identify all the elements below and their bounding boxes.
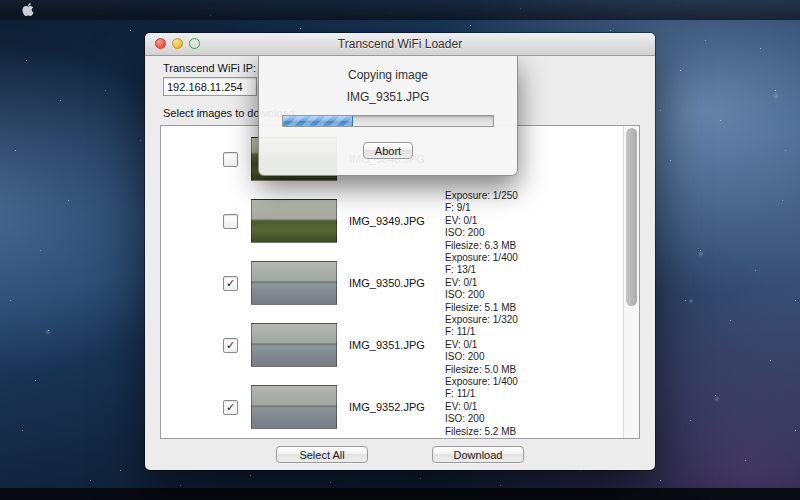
footer-buttons: Select All Download xyxy=(145,446,655,463)
abort-button[interactable]: Abort xyxy=(363,142,413,159)
app-window: Transcend WiFi Loader Transcend WiFi IP:… xyxy=(145,33,655,470)
exif-info: Exposure: 1/320F: 11/1EV: 0/1ISO: 200Fil… xyxy=(445,314,518,376)
row-checkbox[interactable]: ✓ xyxy=(223,338,238,353)
exif-info: Exposure: 1/400F: 11/1EV: 0/1ISO: 200Fil… xyxy=(445,376,518,438)
wifi-ip-input[interactable] xyxy=(163,77,257,96)
row-checkbox[interactable] xyxy=(223,152,238,167)
bottom-screen-strip xyxy=(0,488,800,500)
image-thumbnail xyxy=(251,323,337,367)
progress-bar xyxy=(282,115,494,127)
select-all-button[interactable]: Select All xyxy=(276,446,368,463)
window-title: Transcend WiFi Loader xyxy=(145,33,655,55)
sheet-title: Copying image xyxy=(259,68,517,82)
image-list-row: IMG_9349.JPG Exposure: 1/250F: 9/1EV: 0/… xyxy=(161,190,624,252)
zoom-button[interactable] xyxy=(189,38,200,49)
image-filename: IMG_9352.JPG xyxy=(349,401,445,413)
image-thumbnail xyxy=(251,199,337,243)
progress-bar-fill xyxy=(283,116,353,126)
image-list-row: ✓ IMG_9351.JPG Exposure: 1/320F: 11/1EV:… xyxy=(161,314,624,376)
row-checkbox[interactable]: ✓ xyxy=(223,276,238,291)
row-checkbox[interactable]: ✓ xyxy=(223,400,238,415)
menu-bar xyxy=(0,0,800,20)
image-thumbnail xyxy=(251,261,337,305)
minimize-button[interactable] xyxy=(172,38,183,49)
apple-menu-icon[interactable] xyxy=(22,2,34,17)
copy-progress-sheet: Copying image IMG_9351.JPG Abort xyxy=(258,55,518,176)
exif-info: Exposure: 1/250F: 9/1EV: 0/1ISO: 200File… xyxy=(445,190,518,252)
image-filename: IMG_9350.JPG xyxy=(349,277,445,289)
image-thumbnail xyxy=(251,385,337,429)
image-filename: IMG_9349.JPG xyxy=(349,215,445,227)
desktop-wallpaper: Transcend WiFi Loader Transcend WiFi IP:… xyxy=(0,0,800,500)
download-button[interactable]: Download xyxy=(432,446,524,463)
wifi-ip-label: Transcend WiFi IP: xyxy=(163,62,256,74)
scrollbar-thumb[interactable] xyxy=(626,128,637,306)
row-checkbox[interactable] xyxy=(223,214,238,229)
image-list-row: ✓ IMG_9350.JPG Exposure: 1/400F: 13/1EV:… xyxy=(161,252,624,314)
image-list-row: ✓ IMG_9352.JPG Exposure: 1/400F: 11/1EV:… xyxy=(161,376,624,438)
list-scrollbar[interactable] xyxy=(623,126,639,438)
image-filename: IMG_9351.JPG xyxy=(349,339,445,351)
close-button[interactable] xyxy=(155,38,166,49)
window-titlebar[interactable]: Transcend WiFi Loader xyxy=(145,33,655,56)
exif-info: Exposure: 1/400F: 13/1EV: 0/1ISO: 200Fil… xyxy=(445,252,518,314)
sheet-filename: IMG_9351.JPG xyxy=(259,90,517,104)
traffic-lights xyxy=(155,38,200,49)
